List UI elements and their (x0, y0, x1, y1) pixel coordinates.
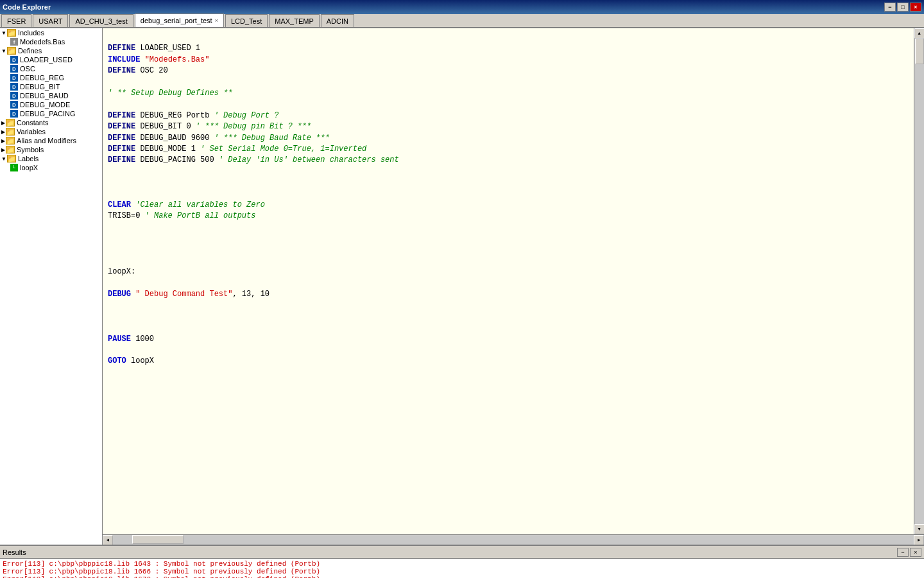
code-line (108, 77, 909, 88)
code-line (108, 222, 909, 233)
error-line: Error[113] c:\pbp\pbppic18.lib 1643 : Sy… (3, 560, 921, 568)
tab-ad_chu_3_test[interactable]: AD_CHU_3_test (69, 14, 133, 27)
tab-bar: FSERUSARTAD_CHU_3_testdebug_serial_port_… (0, 14, 924, 28)
sidebar-item-includes[interactable]: ▼📁Includes (0, 28, 102, 37)
tab-lcd_test[interactable]: LCD_Test (225, 14, 268, 27)
results-content: Error[113] c:\pbp\pbppic18.lib 1643 : Sy… (0, 559, 924, 578)
results-close[interactable]: × (910, 548, 921, 557)
expand-icon: ▶ (1, 129, 5, 135)
tab-debug_serial_port_test[interactable]: debug_serial_port_test× (135, 13, 224, 27)
sidebar-item-osc[interactable]: DOSC (0, 64, 102, 73)
define-icon: D (10, 110, 18, 118)
editor-main: DEFINE LOADER_USED 1INCLUDE "Modedefs.Ba… (103, 28, 924, 534)
results-panel: Results − × Error[113] c:\pbp\pbppic18.l… (0, 545, 924, 578)
title-bar-buttons: − □ × (884, 3, 921, 12)
code-line: DEFINE DEBUG_BIT 0 ' *** Debug pin Bit ?… (108, 121, 909, 132)
title-bar: Code Explorer − □ × (0, 0, 924, 14)
code-line: PAUSE 1000 (108, 334, 909, 345)
expand-icon: ▼ (1, 156, 6, 162)
scroll-up-button[interactable]: ▲ (914, 28, 925, 39)
code-line: ' ** Setup Debug Defines ** (108, 88, 909, 99)
scroll-down-button[interactable]: ▼ (914, 524, 925, 534)
sidebar-item-alias-and-modifiers[interactable]: ▶📁Alias and Modifiers (0, 136, 102, 145)
sidebar-item-label: DEBUG_MODE (20, 101, 70, 109)
scroll-h-thumb[interactable] (132, 535, 184, 544)
sidebar-item-debug_bit[interactable]: DDEBUG_BIT (0, 82, 102, 91)
tab-usart[interactable]: USART (33, 14, 68, 27)
code-line: DEBUG " Debug Command Test", 13, 10 (108, 289, 909, 300)
folder-icon: 📁 (6, 146, 15, 153)
sidebar-item-debug_mode[interactable]: DDEBUG_MODE (0, 100, 102, 109)
sidebar: ▼📁IncludesfModedefs.Bas▼📁DefinesDLOADER_… (0, 28, 103, 545)
folder-icon: 📁 (6, 119, 15, 127)
folder-icon: 📁 (7, 29, 16, 37)
code-line (108, 99, 909, 110)
sidebar-item-symbols[interactable]: ▶📁Symbols (0, 145, 102, 154)
sidebar-item-debug_baud[interactable]: DDEBUG_BAUD (0, 91, 102, 100)
scroll-right-button[interactable]: ► (914, 535, 924, 545)
folder-icon: 📁 (7, 155, 16, 162)
close-button[interactable]: × (910, 3, 921, 12)
minimize-button[interactable]: − (884, 3, 896, 12)
sidebar-item-label: Modedefs.Bas (20, 38, 65, 46)
tab-close-icon[interactable]: × (215, 17, 218, 24)
sidebar-item-modedefs.bas[interactable]: fModedefs.Bas (0, 37, 102, 46)
code-editor[interactable]: DEFINE LOADER_USED 1INCLUDE "Modedefs.Ba… (103, 28, 914, 534)
label-icon: L (10, 164, 18, 171)
define-icon: D (10, 56, 18, 64)
sidebar-item-labels[interactable]: ▼📁Labels (0, 154, 102, 163)
code-line (108, 32, 909, 43)
maximize-button[interactable]: □ (897, 3, 909, 12)
error-line: Error[113] c:\pbp\pbppic18.lib 1673 : Sy… (3, 575, 921, 578)
code-line (108, 177, 909, 188)
code-line (108, 244, 909, 255)
code-line: DEFINE DEBUG_PACING 500 ' Delay 'in Us' … (108, 155, 909, 166)
code-line (108, 166, 909, 177)
tab-max_temp[interactable]: MAX_TEMP (269, 14, 320, 27)
expand-icon: ▼ (1, 30, 6, 36)
editor-container: DEFINE LOADER_USED 1INCLUDE "Modedefs.Ba… (103, 28, 924, 545)
horizontal-scrollbar: ◄ ► (103, 534, 924, 545)
code-line: DEFINE DEBUG_BAUD 9600 ' *** Debug Baud … (108, 133, 909, 144)
results-title: Results (3, 548, 26, 556)
sidebar-item-label: Variables (17, 128, 46, 136)
scroll-left-button[interactable]: ◄ (103, 535, 113, 545)
code-line (108, 233, 909, 244)
code-line (108, 278, 909, 289)
sidebar-item-variables[interactable]: ▶📁Variables (0, 127, 102, 136)
sidebar-item-label: Constants (17, 119, 49, 127)
sidebar-item-label: DEBUG_BAUD (20, 92, 69, 100)
define-icon: D (10, 65, 18, 73)
results-minimize[interactable]: − (897, 548, 909, 557)
code-line: loopX: (108, 267, 909, 277)
tab-fser[interactable]: FSER (1, 14, 31, 27)
sidebar-item-debug_reg[interactable]: DDEBUG_REG (0, 73, 102, 82)
title-bar-text: Code Explorer (3, 3, 884, 11)
folder-icon: 📁 (6, 128, 15, 136)
sidebar-item-debug_pacing[interactable]: DDEBUG_PACING (0, 109, 102, 118)
code-line: INCLUDE "Modedefs.Bas" (108, 55, 909, 66)
tab-adcin[interactable]: ADCIN (321, 14, 354, 27)
sidebar-item-defines[interactable]: ▼📁Defines (0, 46, 102, 55)
expand-icon: ▶ (1, 138, 5, 144)
expand-icon: ▶ (1, 120, 5, 126)
vertical-scrollbar[interactable]: ▲ ▼ (914, 28, 924, 534)
sidebar-item-loopx[interactable]: LloopX (0, 163, 102, 172)
define-icon: D (10, 92, 18, 100)
define-icon: D (10, 83, 18, 91)
results-header: Results − × (0, 546, 924, 559)
sidebar-item-label: DEBUG_REG (20, 74, 64, 82)
sidebar-item-label: Alias and Modifiers (17, 137, 76, 144)
sidebar-item-constants[interactable]: ▶📁Constants (0, 118, 102, 127)
code-line (108, 311, 909, 322)
scroll-h-track (113, 535, 914, 545)
define-icon: D (10, 101, 18, 109)
sidebar-item-label: Includes (18, 29, 44, 37)
sidebar-item-label: Labels (18, 155, 38, 162)
sidebar-item-loader_used[interactable]: DLOADER_USED (0, 55, 102, 64)
main-layout: ▼📁IncludesfModedefs.Bas▼📁DefinesDLOADER_… (0, 28, 924, 545)
define-icon: D (10, 74, 18, 82)
expand-icon: ▶ (1, 147, 5, 153)
sidebar-item-label: DEBUG_BIT (20, 83, 60, 91)
scroll-thumb[interactable] (915, 39, 924, 64)
